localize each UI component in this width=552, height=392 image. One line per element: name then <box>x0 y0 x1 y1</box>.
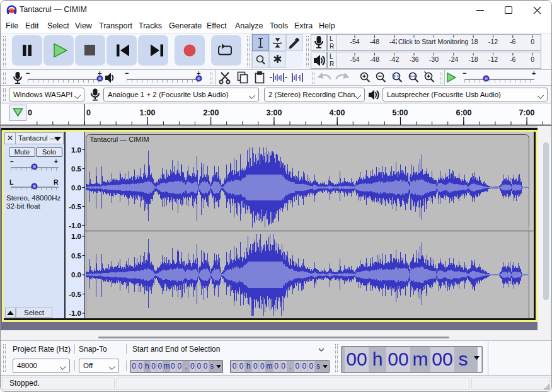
svg-text:6:00: 6:00 <box>456 108 471 117</box>
svg-text:-1.0: -1.0 <box>69 309 81 317</box>
svg-text:-18: -18 <box>469 55 478 63</box>
svg-text:4:00: 4:00 <box>329 108 345 117</box>
svg-text:0.5: 0.5 <box>71 252 82 260</box>
svg-text:-54: -54 <box>350 38 359 45</box>
svg-text:0: 0 <box>86 108 91 117</box>
svg-text:-48: -48 <box>370 38 379 45</box>
svg-text:-24: -24 <box>449 55 458 63</box>
svg-text:-12: -12 <box>488 38 498 45</box>
svg-text:7:00: 7:00 <box>519 108 534 117</box>
svg-text:-42: -42 <box>389 55 399 63</box>
svg-text:Tantacrul — CIMIM: Tantacrul — CIMIM <box>90 135 149 143</box>
svg-text:0.5: 0.5 <box>71 165 82 173</box>
svg-text:1.0: 1.0 <box>71 233 81 240</box>
svg-text:0: 0 <box>531 38 534 45</box>
svg-text:-6: -6 <box>510 55 515 63</box>
svg-text:3:00: 3:00 <box>266 108 282 117</box>
svg-text:-54: -54 <box>350 55 359 63</box>
svg-text:1.0: 1.0 <box>71 146 81 154</box>
svg-text:5:00: 5:00 <box>392 108 408 117</box>
svg-text:1:00: 1:00 <box>139 108 155 117</box>
svg-text:0.0: 0.0 <box>71 184 81 192</box>
svg-text:-30: -30 <box>429 55 439 63</box>
svg-text:-36: -36 <box>409 55 418 63</box>
svg-text:-0.5: -0.5 <box>69 291 81 298</box>
svg-text:0.0: 0.0 <box>71 271 81 279</box>
svg-text:-0.5: -0.5 <box>69 203 81 210</box>
svg-text:-12: -12 <box>488 55 498 63</box>
svg-text:0: 0 <box>531 55 534 63</box>
svg-text:0: 0 <box>28 108 32 117</box>
svg-text:-6: -6 <box>510 38 515 45</box>
svg-text:-1.0: -1.0 <box>69 222 81 229</box>
svg-text:-48: -48 <box>370 55 379 63</box>
svg-text:2:00: 2:00 <box>203 108 219 117</box>
svg-text:Click to Start Monitoring: Click to Start Monitoring <box>398 38 469 45</box>
